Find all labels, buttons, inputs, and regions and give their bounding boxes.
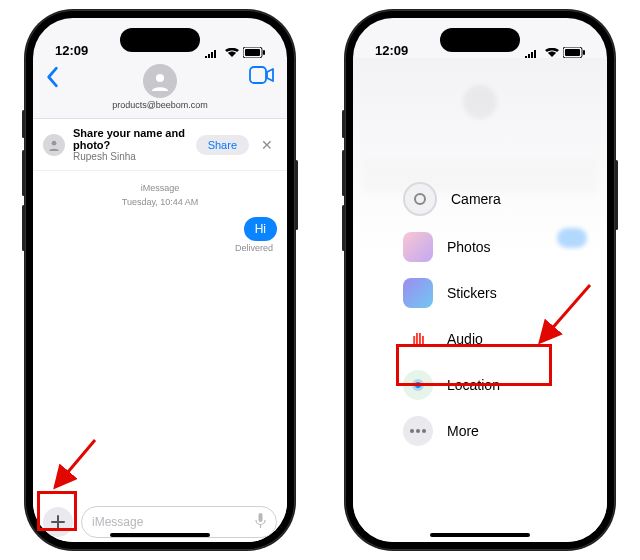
stickers-icon bbox=[403, 278, 433, 308]
status-time: 12:09 bbox=[375, 43, 408, 58]
camera-icon bbox=[403, 182, 437, 216]
svg-point-14 bbox=[416, 429, 420, 433]
svg-line-16 bbox=[57, 440, 95, 485]
menu-label: Camera bbox=[451, 191, 501, 207]
annotation-arrow-stickers bbox=[530, 280, 600, 350]
dynamic-island bbox=[440, 28, 520, 52]
svg-point-10 bbox=[415, 194, 425, 204]
menu-item-more[interactable]: More bbox=[395, 410, 565, 452]
svg-point-5 bbox=[52, 140, 57, 145]
dictate-icon[interactable] bbox=[255, 513, 266, 531]
status-icons bbox=[525, 47, 585, 58]
share-prompt-bar: Share your name and photo? Rupesh Sinha … bbox=[33, 119, 287, 171]
annotation-arrow-plus bbox=[45, 435, 105, 495]
svg-rect-6 bbox=[259, 513, 263, 522]
svg-rect-9 bbox=[583, 50, 585, 55]
share-avatar bbox=[43, 134, 65, 156]
svg-line-17 bbox=[542, 285, 590, 340]
contact-name[interactable]: products@beebom.com bbox=[112, 100, 208, 110]
share-subtitle: Rupesh Sinha bbox=[73, 151, 188, 162]
svg-rect-2 bbox=[263, 50, 265, 55]
more-icon bbox=[403, 416, 433, 446]
thread-meta-service: iMessage bbox=[43, 183, 277, 193]
contact-avatar[interactable] bbox=[143, 64, 177, 98]
share-button[interactable]: Share bbox=[196, 135, 249, 155]
sent-message-bubble[interactable]: Hi bbox=[244, 217, 277, 241]
input-placeholder: iMessage bbox=[92, 515, 143, 529]
menu-item-camera[interactable]: Camera bbox=[395, 176, 565, 222]
back-button[interactable] bbox=[45, 66, 59, 92]
home-indicator[interactable] bbox=[430, 533, 530, 537]
status-time: 12:09 bbox=[55, 43, 88, 58]
photos-icon bbox=[403, 232, 433, 262]
svg-point-15 bbox=[422, 429, 426, 433]
svg-point-4 bbox=[156, 74, 164, 82]
delivery-status: Delivered bbox=[43, 243, 277, 253]
menu-label: Stickers bbox=[447, 285, 497, 301]
thread-meta-time: Tuesday, 10:44 AM bbox=[43, 197, 277, 207]
facetime-button[interactable] bbox=[249, 66, 275, 88]
share-title: Share your name and photo? bbox=[73, 127, 188, 151]
nav-bar: products@beebom.com bbox=[33, 60, 287, 119]
svg-point-13 bbox=[410, 429, 414, 433]
annotation-box-plus bbox=[37, 491, 77, 531]
svg-rect-8 bbox=[565, 49, 580, 56]
home-indicator[interactable] bbox=[110, 533, 210, 537]
menu-label: More bbox=[447, 423, 479, 439]
menu-label: Photos bbox=[447, 239, 491, 255]
svg-rect-3 bbox=[250, 67, 266, 83]
status-icons bbox=[205, 47, 265, 58]
menu-item-photos[interactable]: Photos bbox=[395, 226, 565, 268]
annotation-box-stickers bbox=[396, 344, 552, 386]
dynamic-island bbox=[120, 28, 200, 52]
share-dismiss[interactable]: ✕ bbox=[257, 137, 277, 153]
svg-rect-1 bbox=[245, 49, 260, 56]
